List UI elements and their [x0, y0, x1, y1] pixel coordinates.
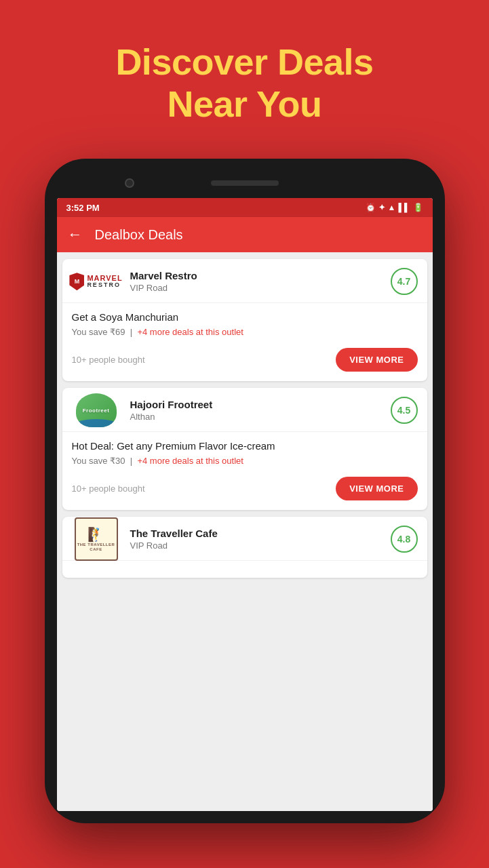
- wifi-icon: ▲: [388, 203, 396, 212]
- marvel-outlet-location: VIP Road: [130, 283, 391, 293]
- phone-screen: 3:52 PM ⏰ ✦ ▲ ▌▌ 🔋 ← Dealbox Deals M: [57, 198, 433, 811]
- hero-line2: Near You: [115, 83, 373, 125]
- traveller-logo: 🧗 THE TRAVELLER CAFE: [72, 525, 121, 553]
- deal-card-marvel: M MARVEL RESTRO Marvel Restro VIP Road 4…: [62, 259, 427, 381]
- deal-card-frootreet: Frootreet Hajoori Frootreet Althan 4.5 H…: [62, 388, 427, 510]
- traveller-logo-box: 🧗 THE TRAVELLER CAFE: [75, 517, 118, 561]
- battery-icon: 🔋: [413, 203, 423, 212]
- frootreet-view-more-button[interactable]: VIEW MORE: [336, 477, 417, 500]
- content-area: M MARVEL RESTRO Marvel Restro VIP Road 4…: [57, 252, 433, 811]
- traveller-person-icon: 🧗: [87, 526, 104, 542]
- outlet-row-marvel: M MARVEL RESTRO Marvel Restro VIP Road 4…: [62, 259, 427, 303]
- frootreet-rating-badge: 4.5: [391, 397, 418, 424]
- frootreet-bottom-row: 10+ people bought VIEW MORE: [62, 471, 427, 510]
- traveller-outlet-name: The Traveller Cafe: [130, 528, 391, 539]
- hero-line1: Discover Deals: [115, 41, 373, 83]
- marvel-people-bought: 10+ people bought: [72, 355, 145, 365]
- frootreet-circle: Frootreet: [76, 393, 117, 427]
- marvel-outlet-info: Marvel Restro VIP Road: [130, 270, 391, 293]
- marvel-deal-info: Get a Soya Manchurian You save ₹69 | +4 …: [62, 303, 427, 342]
- marvel-outlet-name: Marvel Restro: [130, 270, 391, 281]
- traveller-outlet-info: The Traveller Cafe VIP Road: [130, 528, 391, 551]
- marvel-deal-title: Get a Soya Manchurian: [72, 311, 418, 323]
- back-button[interactable]: ←: [68, 226, 83, 243]
- hero-heading: Discover Deals Near You: [115, 41, 373, 125]
- frootreet-savings-text: You save ₹30: [72, 456, 125, 466]
- status-icons: ⏰ ✦ ▲ ▌▌ 🔋: [366, 203, 423, 212]
- traveller-outlet-location: VIP Road: [130, 540, 391, 551]
- deal-card-traveller: 🧗 THE TRAVELLER CAFE The Traveller Cafe …: [62, 517, 427, 578]
- frootreet-outlet-location: Althan: [130, 412, 391, 422]
- app-bar-title: Dealbox Deals: [95, 227, 183, 243]
- signal-icon: ▌▌: [398, 203, 410, 212]
- phone-speaker: [211, 180, 279, 186]
- frootreet-people-bought: 10+ people bought: [72, 484, 145, 494]
- frootreet-deal-savings: You save ₹30 | +4 more deals at this out…: [72, 456, 418, 466]
- frootreet-splash: [76, 419, 117, 427]
- marvel-deal-savings: You save ₹69 | +4 more deals at this out…: [72, 327, 418, 337]
- outlet-row-frootreet: Frootreet Hajoori Frootreet Althan 4.5: [62, 388, 427, 432]
- phone-top-bar: [57, 171, 433, 195]
- frootreet-deal-info: Hot Deal: Get any Premium Flavor Ice-cre…: [62, 432, 427, 471]
- traveller-rating-badge: 4.8: [391, 526, 418, 553]
- diamond-icon: ✦: [378, 203, 385, 212]
- phone-camera: [125, 178, 134, 188]
- app-bar: ← Dealbox Deals: [57, 217, 433, 252]
- frootreet-outlet-name: Hajoori Frootreet: [130, 399, 391, 410]
- marvel-bottom-row: 10+ people bought VIEW MORE: [62, 342, 427, 381]
- marvel-savings-text: You save ₹69: [72, 327, 125, 337]
- phone-mockup: 3:52 PM ⏰ ✦ ▲ ▌▌ 🔋 ← Dealbox Deals M: [45, 159, 445, 823]
- marvel-logo-container: M MARVEL RESTRO: [69, 273, 122, 290]
- frootreet-outlet-info: Hajoori Frootreet Althan: [130, 399, 391, 422]
- status-bar: 3:52 PM ⏰ ✦ ▲ ▌▌ 🔋: [57, 198, 433, 217]
- marvel-logo: M MARVEL RESTRO: [72, 267, 121, 296]
- marvel-text-block: MARVEL RESTRO: [87, 275, 122, 288]
- marvel-view-more-button[interactable]: VIEW MORE: [336, 348, 417, 372]
- outlet-row-traveller: 🧗 THE TRAVELLER CAFE The Traveller Cafe …: [62, 517, 427, 561]
- status-time: 3:52 PM: [66, 203, 100, 213]
- frootreet-deal-title: Hot Deal: Get any Premium Flavor Ice-cre…: [72, 440, 418, 452]
- marvel-shield-icon: M: [69, 273, 84, 290]
- alarm-icon: ⏰: [366, 203, 376, 212]
- marvel-rating-badge: 4.7: [391, 268, 418, 295]
- marvel-more-deals[interactable]: +4 more deals at this outlet: [137, 327, 243, 337]
- frootreet-more-deals[interactable]: +4 more deals at this outlet: [137, 456, 243, 466]
- frootreet-logo: Frootreet: [72, 396, 121, 425]
